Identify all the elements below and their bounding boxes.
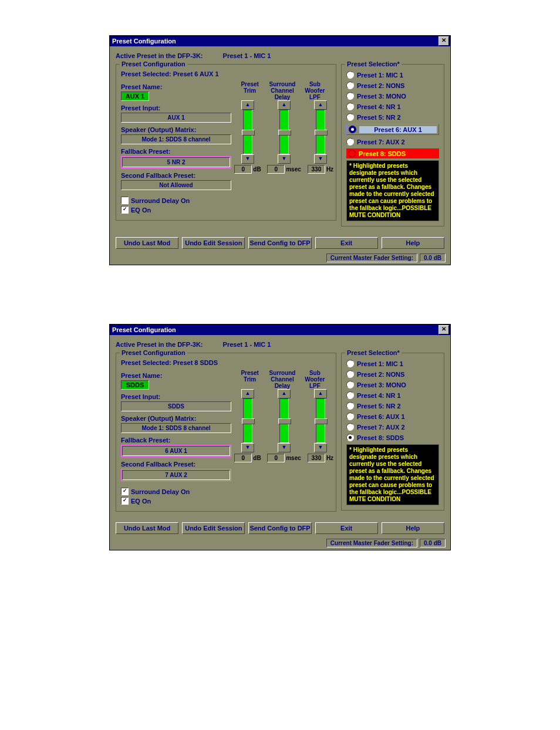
preset-radio[interactable]: Preset 2: NONS (346, 82, 439, 89)
preset-radio[interactable]: Preset 8: SDDS (346, 434, 439, 441)
button-help[interactable]: Help (382, 237, 444, 249)
close-icon[interactable]: ✕ (438, 36, 449, 46)
preset-radio[interactable]: Preset 8: SDDS (346, 148, 439, 158)
arrow-down-icon[interactable]: ▼ (241, 154, 254, 164)
arrow-up-icon[interactable]: ▲ (278, 100, 291, 110)
checkbox-icon (121, 197, 129, 204)
second-fallback-field[interactable]: Not Allowed (121, 180, 231, 190)
preset-radio[interactable]: Preset 7: AUX 2 (346, 138, 439, 146)
button-exit[interactable]: Exit (315, 237, 378, 249)
preset-radio[interactable]: Preset 4: NR 1 (346, 391, 439, 399)
surround-delay-slider[interactable]: ▲ ▼ 0msec (274, 100, 295, 174)
preset-trim-unit: dB (253, 455, 261, 461)
fallback-label: Fallback Preset: (121, 437, 231, 444)
radio-icon (346, 402, 354, 410)
close-icon[interactable]: ✕ (438, 325, 449, 334)
surround-delay-value[interactable]: 0 (267, 165, 285, 174)
radio-label: Preset 7: AUX 2 (357, 138, 405, 146)
preset-trim-slider[interactable]: ▲ ▼ 0dB (237, 100, 258, 174)
radio-label: Preset 5: NR 2 (357, 403, 401, 410)
sub-lpf-value[interactable]: 330 (308, 165, 325, 174)
slider-thumb[interactable] (242, 130, 255, 136)
surround-delay-checkbox[interactable]: ✓Surround Delay On (121, 488, 231, 495)
eq-on-checkbox[interactable]: ✓EQ On (121, 497, 231, 505)
preset-radio[interactable]: Preset 5: NR 2 (346, 113, 439, 121)
preset-selected: Preset Selected: Preset 6 AUX 1 (121, 70, 331, 77)
arrow-down-icon[interactable]: ▼ (241, 443, 254, 452)
sub-lpf-slider[interactable]: ▲ ▼ 330Hz (310, 100, 331, 174)
sub-lpf-unit: Hz (326, 166, 333, 173)
preset-radio[interactable]: Preset 5: NR 2 (346, 402, 439, 410)
radio-label: Preset 8: SDDS (357, 434, 404, 441)
fallback-field[interactable]: 6 AUX 1 (122, 446, 230, 456)
radio-label: Preset 4: NR 1 (357, 392, 401, 399)
arrow-down-icon[interactable]: ▼ (278, 443, 291, 452)
arrow-up-icon[interactable]: ▲ (241, 100, 254, 110)
arrow-down-icon[interactable]: ▼ (314, 154, 327, 164)
preset-name-label: Preset Name: (121, 372, 231, 379)
button-send-config-to-dfp[interactable]: Send Config to DFP (248, 237, 311, 249)
preset-trim-slider[interactable]: ▲ ▼ 0dB (237, 389, 258, 462)
second-fallback-field[interactable]: 7 AUX 2 (122, 470, 230, 480)
surround-delay-checkbox[interactable]: Surround Delay On (121, 197, 231, 204)
arrow-up-icon[interactable]: ▲ (241, 389, 254, 398)
fallback-label: Fallback Preset: (121, 148, 231, 155)
matrix-field[interactable]: Mode 1: SDDS 8 channel (121, 134, 231, 144)
radio-label: Preset 6: AUX 1 (357, 413, 405, 420)
preset-radio[interactable]: Preset 3: MONO (346, 92, 439, 100)
sub-lpf-value[interactable]: 330 (308, 454, 325, 462)
preset-trim-value[interactable]: 0 (234, 454, 252, 462)
button-send-config-to-dfp[interactable]: Send Config to DFP (248, 522, 311, 534)
button-undo-last-mod[interactable]: Undo Last Mod (116, 237, 178, 249)
eq-on-checkbox[interactable]: ✓EQ On (121, 206, 231, 214)
arrow-up-icon[interactable]: ▲ (314, 100, 327, 110)
preset-name-input[interactable]: SDDS (121, 380, 149, 390)
active-label: Active Preset in the DFP-3K: (116, 341, 203, 348)
arrow-down-icon[interactable]: ▼ (314, 443, 327, 452)
titlebar[interactable]: Preset Configuration ✕ (110, 325, 450, 335)
status-label: Current Master Fader Setting: (326, 254, 417, 262)
preset-input-field[interactable]: SDDS (121, 401, 231, 411)
fallback-field[interactable]: 5 NR 2 (122, 157, 230, 167)
slider-thumb[interactable] (315, 130, 328, 136)
slider-thumb[interactable] (278, 418, 291, 424)
preset-radio[interactable]: Preset 3: MONO (346, 381, 439, 388)
preset-radio[interactable]: Preset 6: AUX 1 (346, 124, 439, 135)
preset-radio[interactable]: Preset 4: NR 1 (346, 103, 439, 110)
slider-thumb[interactable] (315, 418, 328, 424)
matrix-field[interactable]: Mode 1: SDDS 8 channel (121, 423, 231, 433)
preset-radio[interactable]: Preset 1: MIC 1 (346, 360, 439, 367)
preset-radio[interactable]: Preset 6: AUX 1 (346, 413, 439, 420)
radio-label: Preset 5: NR 2 (357, 114, 401, 121)
preset-trim-unit: dB (253, 166, 261, 173)
arrow-up-icon[interactable]: ▲ (314, 389, 327, 398)
radio-icon (346, 370, 354, 378)
titlebar[interactable]: Preset Configuration ✕ (110, 36, 450, 46)
button-undo-edit-session[interactable]: Undo Edit Session (182, 522, 245, 534)
button-exit[interactable]: Exit (315, 522, 378, 534)
warning-text: * Highlighted presets designate presets … (346, 160, 439, 221)
surround-delay-unit: msec (286, 166, 301, 173)
preset-config-group: Preset Configuration Preset Selected: Pr… (116, 64, 336, 221)
surround-delay-value[interactable]: 0 (267, 454, 285, 462)
preset-radio[interactable]: Preset 1: MIC 1 (346, 71, 439, 79)
preset-input-field[interactable]: AUX 1 (121, 113, 231, 123)
preset-trim-value[interactable]: 0 (234, 165, 252, 174)
radio-icon (346, 92, 354, 100)
button-help[interactable]: Help (382, 522, 444, 534)
button-undo-edit-session[interactable]: Undo Edit Session (182, 237, 245, 249)
window-title: Preset Configuration (112, 325, 176, 335)
sub-lpf-slider[interactable]: ▲ ▼ 330Hz (310, 389, 331, 462)
button-undo-last-mod[interactable]: Undo Last Mod (116, 522, 178, 534)
group-legend: Preset Selection* (345, 349, 402, 356)
slider-thumb[interactable] (242, 418, 255, 424)
preset-radio[interactable]: Preset 2: NONS (346, 370, 439, 378)
second-fallback-label: Second Fallback Preset: (121, 461, 231, 468)
radio-icon (346, 413, 354, 420)
preset-radio[interactable]: Preset 7: AUX 2 (346, 423, 439, 431)
surround-delay-slider[interactable]: ▲ ▼ 0msec (274, 389, 295, 462)
slider-thumb[interactable] (278, 130, 291, 136)
arrow-up-icon[interactable]: ▲ (278, 389, 291, 398)
arrow-down-icon[interactable]: ▼ (278, 154, 291, 164)
preset-name-input[interactable]: AUX 1 (121, 92, 149, 101)
